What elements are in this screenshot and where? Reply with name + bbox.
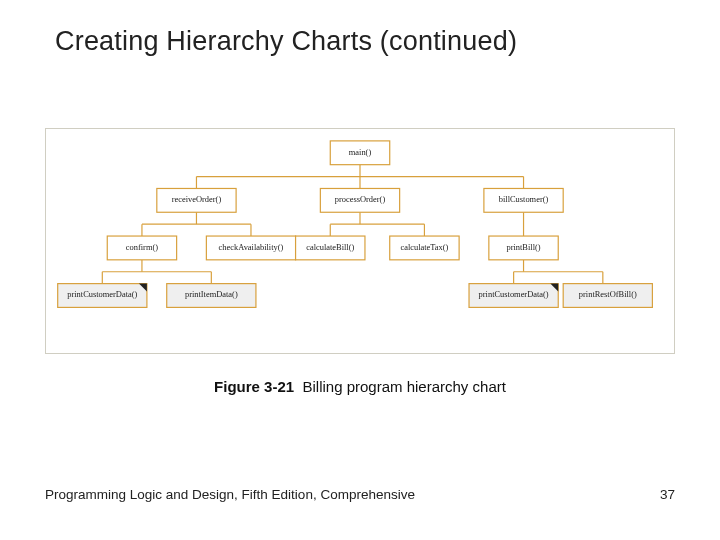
node-check-availability-label: checkAvailability()	[219, 242, 284, 252]
node-calculate-tax: calculateTax()	[390, 236, 459, 260]
footer-page-number: 37	[660, 487, 675, 502]
footer-left: Programming Logic and Design, Fifth Edit…	[45, 487, 415, 502]
node-print-bill: printBill()	[489, 236, 558, 260]
node-main: main()	[330, 141, 389, 165]
node-confirm-label: confirm()	[126, 242, 158, 252]
connectors	[102, 165, 603, 284]
node-bill-customer-label: billCustomer()	[499, 194, 549, 204]
node-print-rest-of-bill-label: printRestOfBill()	[579, 289, 637, 299]
node-calculate-bill: calculateBill()	[296, 236, 365, 260]
node-print-customer-data-1: printCustomerData()	[58, 284, 147, 308]
node-confirm: confirm()	[107, 236, 176, 260]
node-process-order: processOrder()	[320, 188, 399, 212]
node-print-customer-data-1-label: printCustomerData()	[67, 289, 137, 299]
node-check-availability: checkAvailability()	[206, 236, 295, 260]
hierarchy-chart-svg: main() receiveOrder() processOrder() bil…	[46, 129, 674, 353]
slide: Creating Hierarchy Charts (continued)	[0, 0, 720, 540]
node-print-customer-data-2: printCustomerData()	[469, 284, 558, 308]
figure-number: Figure 3-21	[214, 378, 294, 395]
hierarchy-chart: main() receiveOrder() processOrder() bil…	[45, 128, 675, 354]
node-calculate-tax-label: calculateTax()	[400, 242, 448, 252]
node-print-rest-of-bill: printRestOfBill()	[563, 284, 652, 308]
node-print-item-data: printItemData()	[167, 284, 256, 308]
node-main-label: main()	[349, 147, 372, 157]
figure-caption-text: Billing program hierarchy chart	[302, 378, 505, 395]
node-process-order-label: processOrder()	[335, 194, 386, 204]
figure-caption: Figure 3-21 Billing program hierarchy ch…	[0, 378, 720, 395]
node-bill-customer: billCustomer()	[484, 188, 563, 212]
node-print-item-data-label: printItemData()	[185, 289, 238, 299]
slide-title: Creating Hierarchy Charts (continued)	[55, 26, 517, 57]
node-print-bill-label: printBill()	[506, 242, 540, 252]
node-receive-order: receiveOrder()	[157, 188, 236, 212]
node-receive-order-label: receiveOrder()	[172, 194, 222, 204]
node-print-customer-data-2-label: printCustomerData()	[479, 289, 549, 299]
node-calculate-bill-label: calculateBill()	[306, 242, 354, 252]
